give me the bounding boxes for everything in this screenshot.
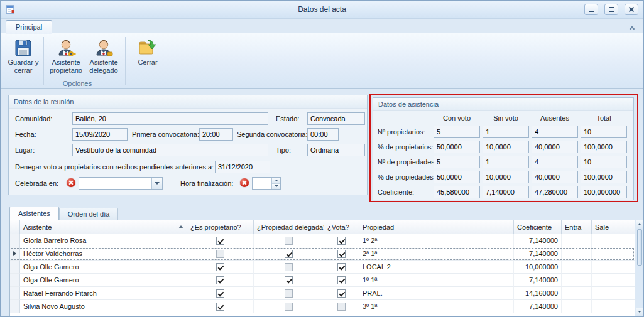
ribbon-tab-principal[interactable]: Principal	[6, 20, 52, 34]
tab-asistentes[interactable]: Asistentes	[9, 207, 59, 220]
spin-up-button[interactable]	[272, 178, 280, 183]
attendance-value[interactable]	[483, 156, 529, 168]
attendance-value[interactable]	[483, 141, 529, 153]
hora-finalizacion-spinner[interactable]	[252, 177, 281, 190]
checkbox[interactable]	[285, 263, 293, 271]
meeting-groupbox: Datos de la reunión Comunidad: Estado: F…	[8, 95, 368, 195]
tipo-input[interactable]	[307, 144, 365, 156]
tab-orden-del-dia[interactable]: Orden del día	[59, 208, 119, 220]
comunidad-input[interactable]	[72, 112, 268, 125]
checkbox[interactable]	[337, 289, 346, 298]
checkbox[interactable]	[285, 289, 293, 298]
checkbox[interactable]	[216, 250, 224, 258]
close-window-label: Cerrar	[129, 58, 166, 67]
attendance-value[interactable]	[581, 156, 627, 168]
minimize-button[interactable]	[584, 4, 598, 15]
attendance-value[interactable]	[434, 186, 480, 198]
celebrada-label: Celebrada en:	[15, 180, 58, 187]
lugar-input[interactable]	[72, 144, 268, 156]
primera-convocatoria-input[interactable]	[199, 128, 233, 141]
fecha-input[interactable]	[72, 128, 128, 141]
attendance-value[interactable]	[581, 186, 627, 198]
cell-propiedad-delegada	[254, 300, 324, 313]
attendance-value[interactable]	[532, 141, 578, 153]
celebrada-input[interactable]	[79, 178, 151, 189]
close-window-button[interactable]: Cerrar	[129, 36, 166, 81]
checkbox[interactable]	[216, 276, 224, 284]
grid-col-sale[interactable]: Sale	[592, 220, 635, 234]
checkbox[interactable]	[337, 250, 346, 258]
grid-col-propiedad[interactable]: Propiedad	[359, 220, 514, 234]
celebrada-dropdown-button[interactable]	[151, 178, 162, 189]
grid-col-vota[interactable]: ¿Vota?	[324, 220, 359, 234]
checkbox[interactable]	[285, 303, 293, 311]
grid-col-propiedad-delegada[interactable]: ¿Propiedad delegada?	[254, 220, 324, 234]
attendance-value[interactable]	[532, 171, 578, 183]
table-row[interactable]: Silvia Novo Augusto 3º 1ª 7,140000	[10, 300, 635, 313]
attendance-value[interactable]	[581, 126, 627, 138]
comunidad-label: Comunidad:	[15, 115, 52, 122]
segunda-convocatoria-input[interactable]	[307, 128, 339, 141]
checkbox[interactable]	[216, 237, 224, 245]
attendance-value[interactable]	[483, 126, 529, 138]
cell-coeficiente: 7,140000	[514, 234, 562, 247]
cell-propiedad-delegada	[254, 274, 324, 287]
fecha-label: Fecha:	[15, 131, 36, 138]
estado-input[interactable]	[307, 112, 365, 125]
checkbox[interactable]	[337, 263, 346, 271]
cell-propiedad: LOCAL 2	[359, 261, 514, 274]
grid-col-es-propietario[interactable]: ¿Es propietario?	[187, 220, 254, 234]
attendance-row-label: Nº de propiedades:	[378, 158, 437, 166]
table-row[interactable]: Héctor Valdehorras 2ª 1ª 7,140000	[10, 247, 635, 261]
collapse-ribbon-button[interactable]	[627, 23, 637, 32]
attendance-value[interactable]	[434, 156, 480, 168]
grid-col-entra[interactable]: Entra	[562, 220, 592, 234]
attendance-value[interactable]	[483, 186, 529, 198]
spin-down-button[interactable]	[272, 183, 280, 190]
table-row[interactable]: Rafael Ferrando Pitarch PRAL. 14,160000	[10, 287, 635, 300]
current-row-indicator	[10, 247, 20, 261]
table-row[interactable]: Olga Olle Gamero LOCAL 2 10,000000	[10, 261, 635, 274]
attendance-value[interactable]	[434, 171, 480, 183]
attendance-value[interactable]	[532, 156, 578, 168]
cell-propiedad: PRAL.	[359, 287, 514, 300]
checkbox[interactable]	[216, 303, 224, 311]
attendance-value[interactable]	[434, 141, 480, 153]
attendance-value[interactable]	[532, 186, 578, 198]
vertical-scrollbar[interactable]	[636, 220, 643, 316]
checkbox[interactable]	[285, 250, 293, 258]
table-row[interactable]: Olga Olle Gamero 1º 1ª 7,140000	[10, 274, 635, 287]
celebrada-combobox[interactable]	[79, 177, 163, 190]
checkbox[interactable]	[216, 263, 224, 271]
table-row[interactable]: Gloria Barreiro Rosa 1º 2ª 7,140000	[10, 234, 635, 247]
attendance-col-total: Total	[581, 114, 627, 122]
checkbox[interactable]	[285, 237, 293, 245]
grid-col-coeficiente[interactable]: Coeficiente	[514, 220, 562, 234]
checkbox[interactable]	[337, 237, 346, 245]
chevron-up-icon	[275, 180, 278, 181]
scroll-up-button[interactable]	[636, 220, 643, 228]
checkbox[interactable]	[337, 276, 346, 284]
checkbox[interactable]	[216, 289, 224, 298]
attendance-value[interactable]	[483, 171, 529, 183]
attendance-value[interactable]	[434, 126, 480, 138]
scrollbar-thumb[interactable]	[637, 229, 642, 266]
attendance-value[interactable]	[532, 126, 578, 138]
restore-button[interactable]	[604, 4, 618, 15]
celebrada-required-icon	[67, 178, 75, 187]
grid-col-asistente[interactable]: Asistente	[20, 220, 187, 234]
save-close-button[interactable]: Guardar y cerrar	[4, 36, 42, 81]
grid-indicator-header	[10, 220, 20, 234]
attendance-value[interactable]	[581, 171, 627, 183]
cell-sale	[592, 274, 635, 287]
checkbox[interactable]	[285, 276, 293, 284]
attendee-owner-label: Asistente propietario	[47, 58, 85, 75]
denegar-voto-input[interactable]	[215, 161, 270, 173]
scroll-down-button[interactable]	[636, 308, 643, 316]
attendance-value[interactable]	[581, 141, 627, 153]
hora-finalizacion-input[interactable]	[253, 178, 271, 189]
close-button[interactable]	[625, 4, 638, 15]
attendee-delegate-button[interactable]: Asistente delegado	[85, 36, 123, 81]
checkbox[interactable]	[337, 303, 346, 311]
attendee-owner-button[interactable]: Asistente propietario	[47, 36, 85, 81]
